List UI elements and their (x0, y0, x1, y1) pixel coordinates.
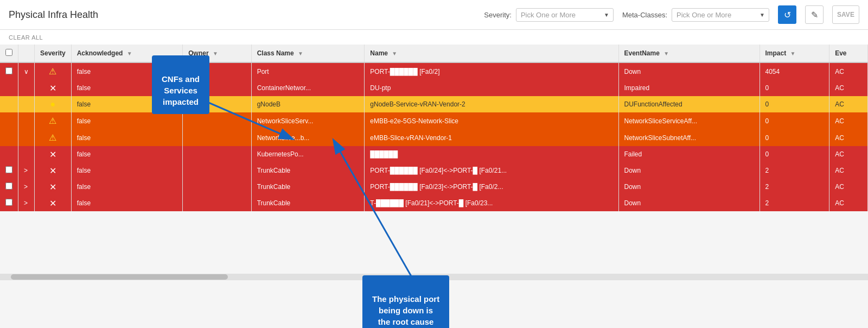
table-row[interactable]: > ✕ false TrunkCable PORT-██████ [Fa0/23… (0, 179, 868, 195)
severity-filter-group: Severity: Pick One or More (484, 8, 614, 22)
clear-all-button[interactable]: CLEAR ALL (9, 34, 43, 41)
callout-top: CNFs and Services impacted (152, 55, 209, 114)
row-owner-cell (183, 112, 251, 129)
row-classname-cell: TrunkCable (251, 195, 365, 211)
edit-button[interactable]: ✎ (805, 5, 824, 24)
row-checkbox-cell (0, 112, 18, 129)
row-expand-cell[interactable]: ∨ (18, 62, 35, 80)
row-classname-cell: gNodeB (251, 96, 365, 112)
row-acknowledged-cell: false (71, 129, 183, 146)
row-eventname-cell: NetworkSliceSubnetAff... (618, 129, 760, 146)
select-all-checkbox[interactable] (5, 49, 12, 56)
table-row[interactable]: ✕ false ContainerNetwor... DU-ptp Impair… (0, 80, 868, 96)
row-expand-cell (18, 112, 35, 129)
th-eventname[interactable]: EventName ▼ (618, 45, 760, 62)
table-row[interactable]: ⚠ false NetworkSliceServ... eMBB-e2e-5GS… (0, 112, 868, 129)
row-checkbox[interactable] (5, 199, 12, 206)
row-checkbox-cell[interactable] (0, 162, 18, 179)
row-severity-cell: ⚠ (35, 62, 72, 80)
row-expand-cell (18, 96, 35, 112)
row-severity-cell: ⚠ (35, 112, 72, 129)
row-classname-cell: Port (251, 62, 365, 80)
row-classname-cell: NetworkSliceServ... (251, 112, 365, 129)
scroll-thumb[interactable] (11, 274, 228, 280)
row-impact-cell: 0 (760, 146, 829, 162)
th-classname[interactable]: Class Name ▼ (251, 45, 365, 62)
row-checkbox-cell[interactable] (0, 179, 18, 195)
row-classname-cell: ContainerNetwor... (251, 80, 365, 96)
row-acknowledged-cell: false (71, 112, 183, 129)
table-row[interactable]: ✕ false KubernetesPo... ██████ Failed 0 … (0, 146, 868, 162)
save-button[interactable]: SAVE (832, 5, 859, 24)
row-expand-cell[interactable]: > (18, 195, 35, 211)
row-eve-cell: AC (829, 80, 868, 96)
row-impact-cell: 4054 (760, 62, 829, 80)
row-checkbox-cell (0, 129, 18, 146)
table-row[interactable]: ● false gNodeB gNodeB-Service-vRAN-Vendo… (0, 96, 868, 112)
row-name-cell: eMBB-e2e-5GS-Network-Slice (365, 112, 618, 129)
severity-select-wrapper[interactable]: Pick One or More (516, 8, 614, 22)
row-owner-cell (183, 162, 251, 179)
row-acknowledged-cell: false (71, 162, 183, 179)
row-impact-cell: 2 (760, 179, 829, 195)
th-expand (18, 45, 35, 62)
metaclasses-select-wrapper[interactable]: Pick One or More (672, 8, 769, 22)
row-severity-cell: ⚠ (35, 129, 72, 146)
table-row[interactable]: > ✕ false TrunkCable PORT-██████ [Fa0/24… (0, 162, 868, 179)
page-title: Physical Infra Health (9, 9, 98, 21)
row-expand-cell[interactable]: > (18, 179, 35, 195)
row-acknowledged-cell: false (71, 146, 183, 162)
row-checkbox[interactable] (5, 182, 12, 190)
th-impact[interactable]: Impact ▼ (760, 45, 829, 62)
table-row[interactable]: ⚠ false NetworkSlice...b... eMBB-Slice-v… (0, 129, 868, 146)
row-eve-cell: AC (829, 179, 868, 195)
table-row[interactable]: ∨ ⚠ false Port PORT-██████ [Fa0/2] Down … (0, 62, 868, 80)
row-severity-cell: ✕ (35, 162, 72, 179)
row-checkbox-cell[interactable] (0, 195, 18, 211)
row-checkbox-cell (0, 96, 18, 112)
row-expand-cell[interactable]: > (18, 162, 35, 179)
metaclasses-select[interactable]: Pick One or More (672, 8, 769, 22)
row-checkbox-cell[interactable] (0, 62, 18, 80)
sort-classname-icon: ▼ (298, 51, 303, 56)
callout-top-text: CNFs and Services impacted (162, 74, 200, 106)
row-checkbox[interactable] (5, 166, 12, 173)
row-eve-cell: AC (829, 96, 868, 112)
severity-filter-label: Severity: (484, 11, 512, 19)
row-eventname-cell: Down (618, 162, 760, 179)
row-name-cell: DU-ptp (365, 80, 618, 96)
row-impact-cell: 2 (760, 195, 829, 211)
row-impact-cell: 0 (760, 80, 829, 96)
row-eve-cell: AC (829, 112, 868, 129)
row-name-cell: PORT-██████ [Fa0/2] (365, 62, 618, 80)
row-checkbox-cell (0, 80, 18, 96)
sort-eventname-icon: ▼ (663, 51, 669, 56)
th-checkbox[interactable] (0, 45, 18, 62)
row-eventname-cell: Impaired (618, 80, 760, 96)
row-severity-cell: ✕ (35, 179, 72, 195)
th-eve[interactable]: Eve (829, 45, 868, 62)
table-row[interactable]: > ✕ false TrunkCable T-██████ [Fa0/21]<-… (0, 195, 868, 211)
row-eve-cell: AC (829, 62, 868, 80)
refresh-button[interactable]: ↺ (778, 5, 796, 24)
row-eve-cell: AC (829, 162, 868, 179)
row-owner-cell (183, 129, 251, 146)
row-owner-cell (183, 179, 251, 195)
th-severity[interactable]: Severity (35, 45, 72, 62)
row-eventname-cell: DUFunctionAffected (618, 96, 760, 112)
row-expand-cell (18, 146, 35, 162)
th-name[interactable]: Name ▼ (365, 45, 618, 62)
row-owner-cell (183, 146, 251, 162)
row-checkbox-cell (0, 146, 18, 162)
subheader: CLEAR ALL (0, 30, 868, 45)
row-checkbox[interactable] (5, 67, 12, 74)
row-acknowledged-cell: false (71, 179, 183, 195)
row-eventname-cell: Failed (618, 146, 760, 162)
row-expand-cell (18, 80, 35, 96)
sort-name-icon: ▼ (392, 51, 397, 56)
row-name-cell: T-██████ [Fa0/21]<->PORT-█ [Fa0/23... (365, 195, 618, 211)
row-classname-cell: KubernetesPo... (251, 146, 365, 162)
row-name-cell: PORT-██████ [Fa0/24]<->PORT-█ [Fa0/21... (365, 162, 618, 179)
table-header-row: Severity Acknowledged ▼ Owner ▼ Class Na… (0, 45, 868, 62)
severity-select[interactable]: Pick One or More (516, 8, 614, 22)
